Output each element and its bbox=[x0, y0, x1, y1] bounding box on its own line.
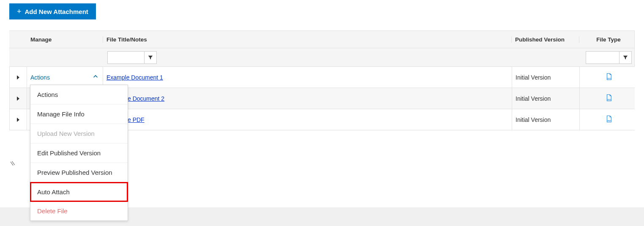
version-cell: Initial Version bbox=[512, 88, 580, 109]
type-cell: DOC bbox=[580, 67, 635, 88]
filter-icon bbox=[623, 55, 628, 60]
filter-type-input[interactable] bbox=[586, 51, 619, 64]
expand-toggle-icon[interactable] bbox=[17, 75, 19, 80]
expand-toggle-icon[interactable] bbox=[17, 96, 19, 101]
actions-dropdown-menu: Actions Manage File Info Upload New Vers… bbox=[30, 85, 128, 221]
decorative-mark: \\ bbox=[10, 160, 15, 167]
dropdown-header: Actions bbox=[30, 85, 128, 105]
svg-text:PDF: PDF bbox=[608, 120, 611, 122]
title-cell: e Document 2 bbox=[103, 88, 512, 109]
add-new-attachment-button[interactable]: + Add New Attachment bbox=[9, 3, 96, 19]
header-manage[interactable]: Manage bbox=[27, 36, 103, 43]
filter-title-cell bbox=[103, 51, 512, 64]
actions-dropdown-trigger[interactable]: Actions bbox=[30, 74, 103, 81]
filter-icon bbox=[148, 55, 153, 60]
expand-cell bbox=[9, 88, 27, 109]
title-cell: e PDF bbox=[103, 109, 512, 130]
dropdown-upload-new-version: Upload New Version bbox=[30, 124, 128, 143]
type-cell: PDF bbox=[580, 109, 635, 130]
pdf-file-icon: PDF bbox=[605, 115, 613, 124]
svg-text:DOC: DOC bbox=[607, 99, 611, 101]
filter-type-button[interactable] bbox=[619, 51, 632, 64]
doc-file-icon: DOC bbox=[605, 94, 613, 103]
expand-cell bbox=[9, 67, 27, 88]
header-title[interactable]: File Title/Notes bbox=[103, 36, 512, 43]
expand-toggle-icon[interactable] bbox=[17, 118, 19, 122]
chevron-up-icon bbox=[93, 74, 98, 81]
actions-label: Actions bbox=[30, 74, 50, 81]
header-version[interactable]: Published Version bbox=[512, 36, 579, 43]
svg-text:DOC: DOC bbox=[607, 77, 611, 80]
header-version-label: Published Version bbox=[515, 36, 565, 43]
file-title-link[interactable]: e PDF bbox=[128, 116, 145, 123]
header-title-label: File Title/Notes bbox=[106, 36, 147, 43]
dropdown-manage-file-info[interactable]: Manage File Info bbox=[30, 105, 128, 124]
plus-icon: + bbox=[17, 8, 22, 15]
dropdown-edit-published-version[interactable]: Edit Published Version bbox=[30, 143, 128, 163]
version-text: Initial Version bbox=[516, 95, 551, 102]
filter-title-button[interactable] bbox=[144, 51, 157, 64]
header-manage-label: Manage bbox=[30, 36, 52, 43]
version-text: Initial Version bbox=[516, 74, 551, 81]
version-cell: Initial Version bbox=[512, 109, 580, 130]
type-cell: DOC bbox=[580, 88, 635, 109]
version-text: Initial Version bbox=[516, 116, 551, 123]
expand-cell bbox=[9, 109, 27, 130]
file-title-link[interactable]: Example Document 1 bbox=[106, 74, 163, 81]
title-cell: Example Document 1 bbox=[103, 67, 512, 88]
filter-row bbox=[9, 48, 635, 67]
add-button-label: Add New Attachment bbox=[25, 8, 88, 15]
header-type-label: File Type bbox=[596, 36, 621, 43]
version-cell: Initial Version bbox=[512, 67, 580, 88]
dropdown-preview-published-version[interactable]: Preview Published Version bbox=[30, 163, 128, 182]
table-header: Manage File Title/Notes Published Versio… bbox=[9, 30, 635, 48]
filter-title-input[interactable] bbox=[107, 51, 145, 64]
filter-type-cell bbox=[579, 51, 634, 64]
header-type[interactable]: File Type bbox=[579, 36, 634, 43]
dropdown-delete-file[interactable]: Delete File bbox=[30, 201, 128, 220]
doc-file-icon: DOC bbox=[605, 73, 613, 82]
dropdown-auto-attach[interactable]: Auto Attach bbox=[30, 182, 128, 202]
file-title-link[interactable]: e Document 2 bbox=[128, 95, 164, 102]
